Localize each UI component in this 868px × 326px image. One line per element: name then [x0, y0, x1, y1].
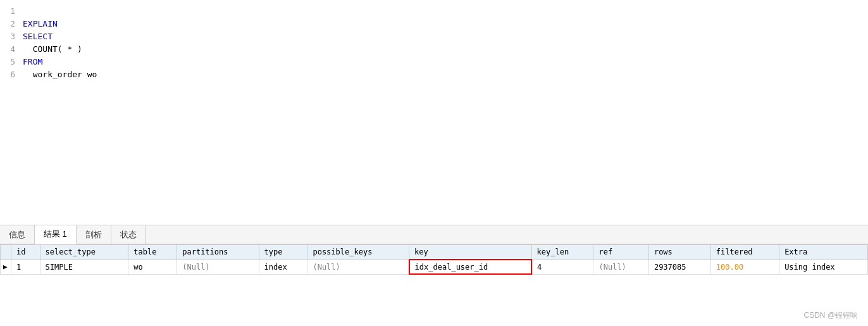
cell-id: 1	[11, 260, 40, 274]
cell-key_len: 4	[531, 260, 593, 274]
cell-filtered: 100.00	[710, 260, 779, 274]
cell-table: wo	[128, 260, 177, 274]
table-header: idselect_typetablepartitionstypepossible…	[1, 245, 868, 260]
line-content: EXPLAIN	[23, 18, 58, 30]
code-line: 4 COUNT( * )	[0, 43, 868, 56]
line-number: 1	[0, 5, 23, 18]
code-line: 2EXPLAIN	[0, 18, 868, 30]
cell-Extra: Using index	[779, 260, 868, 274]
result-table-area: idselect_typetablepartitionstypepossible…	[0, 244, 868, 326]
code-line: 5FROM	[0, 56, 868, 68]
col-rows: rows	[648, 245, 710, 260]
line-content: COUNT( * )	[23, 43, 82, 56]
col-key_len: key_len	[531, 245, 593, 260]
col-possible_keys: possible_keys	[307, 245, 409, 260]
col-select_type: select_type	[40, 245, 128, 260]
cell-rows: 2937085	[648, 260, 710, 274]
code-line: 6 work_order wo	[0, 68, 868, 81]
tab-剖析[interactable]: 剖析	[77, 225, 111, 244]
code-editor[interactable]: 12EXPLAIN3SELECT4 COUNT( * )5FROM6 work_…	[0, 0, 868, 225]
cell-select_type: SIMPLE	[40, 260, 128, 274]
tab-状态[interactable]: 状态	[111, 225, 146, 244]
col-filtered: filtered	[710, 245, 779, 260]
cell-type: index	[259, 260, 307, 274]
col-id: id	[11, 245, 40, 260]
line-number: 3	[0, 30, 23, 43]
line-content: FROM	[23, 56, 42, 68]
cell-partitions: (Null)	[177, 260, 259, 274]
result-table: idselect_typetablepartitionstypepossible…	[0, 244, 868, 275]
cell-ref: (Null)	[593, 260, 648, 274]
col-ref: ref	[593, 245, 648, 260]
col-key: key	[409, 245, 532, 260]
tabs-bar: 信息结果 1剖析状态	[0, 225, 868, 244]
table-body: ▶1SIMPLEwo(Null)index(Null)idx_deal_user…	[1, 260, 868, 274]
col-type: type	[259, 245, 307, 260]
code-line: 3SELECT	[0, 30, 868, 43]
line-content: SELECT	[23, 30, 53, 43]
col-table: table	[128, 245, 177, 260]
line-content: work_order wo	[23, 68, 97, 81]
cell-possible_keys: (Null)	[307, 260, 409, 274]
row-marker: ▶	[1, 260, 11, 274]
line-number: 4	[0, 43, 23, 56]
line-number: 5	[0, 56, 23, 68]
code-line: 1	[0, 5, 868, 18]
bottom-panel: 信息结果 1剖析状态 idselect_typetablepartitionst…	[0, 225, 868, 326]
col-marker	[1, 245, 11, 260]
col-Extra: Extra	[779, 245, 868, 260]
watermark: CSDN @锃锃响	[803, 310, 858, 321]
col-partitions: partitions	[177, 245, 259, 260]
table-row[interactable]: ▶1SIMPLEwo(Null)index(Null)idx_deal_user…	[1, 260, 868, 274]
tab-信息[interactable]: 信息	[0, 225, 35, 244]
line-number: 6	[0, 68, 23, 81]
tab-结果 1[interactable]: 结果 1	[35, 225, 77, 244]
line-number: 2	[0, 18, 23, 30]
key-cell: idx_deal_user_id	[409, 260, 532, 274]
